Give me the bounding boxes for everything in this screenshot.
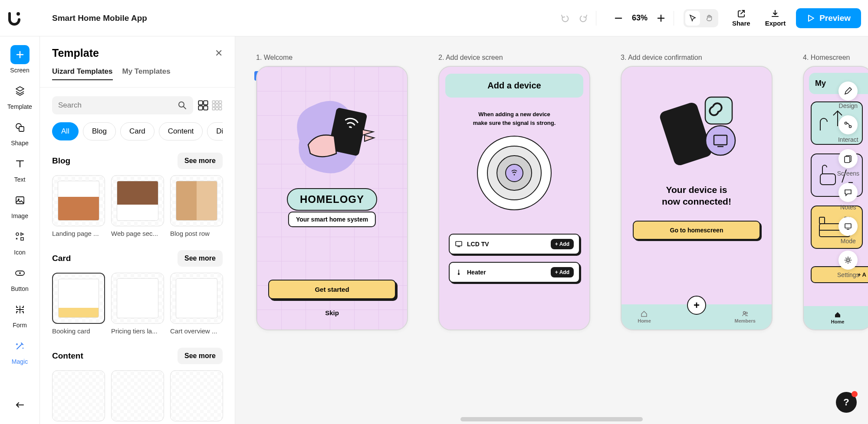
svg-point-44 bbox=[746, 312, 747, 314]
shapes-icon bbox=[10, 118, 30, 137]
nav-home[interactable]: Home bbox=[638, 310, 651, 323]
search-box[interactable] bbox=[52, 96, 193, 114]
zoom-out-button[interactable] bbox=[611, 11, 626, 26]
template-thumb[interactable]: Booking card bbox=[52, 273, 105, 335]
template-thumb[interactable] bbox=[170, 370, 223, 424]
template-thumb[interactable]: Web page sec... bbox=[111, 175, 164, 237]
tab-uizard-templates[interactable]: Uizard Templates bbox=[52, 67, 113, 80]
svg-point-14 bbox=[179, 102, 184, 107]
preview-button[interactable]: Preview bbox=[796, 8, 861, 28]
add-device-button[interactable]: + Add bbox=[551, 267, 574, 277]
template-thumb[interactable] bbox=[52, 370, 105, 424]
horizontal-scrollbar[interactable] bbox=[460, 417, 643, 421]
device-row-heater[interactable]: Heater + Add bbox=[449, 262, 580, 283]
template-thumb[interactable]: Blog post row bbox=[170, 175, 223, 237]
filter-all[interactable]: All bbox=[52, 122, 79, 140]
go-home-button[interactable]: Go to homescreen bbox=[633, 221, 760, 240]
back-button[interactable] bbox=[5, 399, 35, 411]
svg-rect-26 bbox=[212, 108, 215, 110]
section-title-card: Card bbox=[52, 254, 71, 263]
screen-label[interactable]: 3. Add device confirmation bbox=[621, 54, 773, 62]
screen-label[interactable]: 4. Homescreen bbox=[803, 54, 868, 62]
see-more-card[interactable]: See more bbox=[178, 250, 223, 267]
undo-button[interactable] bbox=[558, 11, 572, 26]
share-button[interactable]: Share bbox=[728, 9, 755, 27]
filter-content[interactable]: Content bbox=[159, 122, 203, 140]
redo-button[interactable] bbox=[576, 11, 591, 26]
tool-button[interactable]: Button bbox=[5, 264, 35, 292]
device-row-lcd-tv[interactable]: LCD TV + Add bbox=[449, 234, 580, 254]
screen-add-device[interactable]: Add a device When adding a new device ma… bbox=[438, 66, 590, 330]
screen-confirmation[interactable]: Your device is now connected! Go to home… bbox=[621, 66, 773, 330]
text-icon bbox=[10, 154, 30, 173]
confirmation-text: Your device is now connected! bbox=[621, 184, 772, 208]
filter-blog[interactable]: Blog bbox=[83, 122, 116, 140]
svg-point-10 bbox=[16, 233, 19, 235]
rt-interact[interactable]: Interact bbox=[837, 115, 859, 143]
screen-welcome[interactable]: HOMELOGY Your smart home system Get star… bbox=[256, 66, 408, 330]
hand-tool[interactable] bbox=[702, 11, 717, 26]
rt-design[interactable]: Design bbox=[837, 82, 859, 109]
grid-small-view[interactable] bbox=[211, 100, 223, 111]
tool-magic[interactable]: Magic bbox=[5, 336, 35, 365]
template-thumb[interactable]: Pricing tiers la... bbox=[111, 273, 164, 335]
tool-image[interactable]: Image bbox=[5, 191, 35, 219]
section-title-content: Content bbox=[52, 351, 83, 361]
svg-rect-54 bbox=[845, 224, 851, 228]
tool-template[interactable]: Template bbox=[5, 82, 35, 110]
template-thumb[interactable]: Landing page ... bbox=[52, 175, 105, 237]
get-started-button[interactable]: Get started bbox=[268, 280, 396, 299]
welcome-title: HOMELOGY bbox=[287, 188, 377, 211]
pointer-tool[interactable] bbox=[685, 11, 700, 26]
close-panel-button[interactable]: ✕ bbox=[215, 48, 223, 59]
add-device-button[interactable]: + Add bbox=[551, 239, 574, 249]
tool-icon[interactable]: Icon bbox=[5, 227, 35, 256]
filter-dialog[interactable]: Dialog bbox=[207, 122, 223, 140]
screen-label[interactable]: 1. Welcome bbox=[256, 54, 408, 62]
svg-point-43 bbox=[743, 312, 745, 314]
template-thumb[interactable] bbox=[111, 370, 164, 424]
search-input[interactable] bbox=[58, 101, 178, 110]
tool-screen[interactable]: Screen bbox=[5, 45, 35, 74]
zoom-in-button[interactable] bbox=[654, 11, 668, 26]
rt-mode[interactable]: Mode bbox=[837, 217, 859, 245]
nav-home[interactable]: Home bbox=[831, 311, 845, 324]
see-more-blog[interactable]: See more bbox=[178, 153, 223, 169]
canvas[interactable]: 1. Welcome HOMELOGY Your smart home syst… bbox=[235, 36, 868, 424]
arrow-left-icon bbox=[14, 399, 26, 411]
thermometer-icon bbox=[455, 268, 463, 276]
svg-point-40 bbox=[706, 126, 735, 155]
project-title[interactable]: Smart Home Mobile App bbox=[52, 13, 147, 23]
svg-line-15 bbox=[184, 107, 186, 109]
skip-button[interactable]: Skip bbox=[257, 309, 407, 316]
svg-rect-18 bbox=[198, 106, 202, 110]
tool-form[interactable]: Form bbox=[5, 300, 35, 329]
grid-large-view[interactable] bbox=[197, 100, 209, 111]
svg-point-34 bbox=[514, 174, 515, 176]
tab-my-templates[interactable]: My Templates bbox=[122, 67, 171, 80]
fab-add-button[interactable]: + bbox=[687, 296, 706, 315]
filter-card[interactable]: Card bbox=[120, 122, 155, 140]
rt-screens[interactable]: Screens bbox=[837, 149, 859, 177]
screen-label[interactable]: 2. Add device screen bbox=[438, 54, 590, 62]
svg-rect-23 bbox=[212, 104, 215, 107]
members-icon bbox=[742, 310, 749, 317]
svg-point-37 bbox=[458, 273, 460, 275]
interact-icon bbox=[844, 121, 852, 129]
export-button[interactable]: Export bbox=[761, 9, 790, 27]
svg-rect-24 bbox=[216, 104, 218, 107]
tool-text[interactable]: Text bbox=[5, 154, 35, 183]
tool-shape[interactable]: Shape bbox=[5, 118, 35, 147]
help-button[interactable]: ? bbox=[836, 392, 857, 413]
svg-rect-20 bbox=[212, 101, 215, 103]
see-more-content[interactable]: See more bbox=[178, 348, 223, 364]
nav-members[interactable]: Members bbox=[735, 310, 756, 323]
template-thumb[interactable]: Cart overview ... bbox=[170, 273, 223, 335]
rt-notes[interactable]: Notes bbox=[837, 183, 859, 211]
plus-icon bbox=[10, 45, 30, 64]
zoom-level[interactable]: 63% bbox=[632, 13, 648, 23]
left-toolbar: Screen Template Shape Text Image Icon Bu… bbox=[0, 36, 40, 424]
rt-settings[interactable]: Settings bbox=[837, 251, 859, 278]
welcome-subtitle: Your smart home system bbox=[288, 212, 376, 227]
search-icon bbox=[178, 101, 187, 110]
